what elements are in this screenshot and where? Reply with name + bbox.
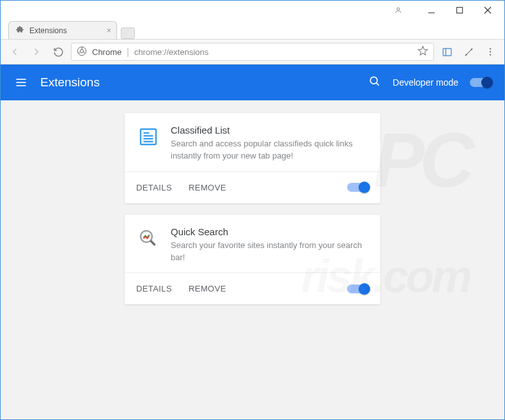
tab-strip: Extensions × <box>1 20 504 39</box>
svg-point-15 <box>490 48 491 49</box>
developer-mode-label: Developer mode <box>392 77 458 88</box>
url-scheme-label: Chrome <box>92 47 121 57</box>
account-icon[interactable] <box>384 1 412 19</box>
extension-card: Quick Search Search your favorite sites … <box>125 215 380 305</box>
extension-enabled-toggle[interactable] <box>347 183 369 192</box>
svg-line-29 <box>150 240 155 245</box>
back-button[interactable] <box>6 43 24 61</box>
wand-icon[interactable] <box>460 43 478 61</box>
browser-toolbar: Chrome | chrome://extensions <box>1 39 504 65</box>
chrome-icon <box>77 46 87 58</box>
bookmark-star-icon[interactable] <box>417 45 428 58</box>
hamburger-menu-icon[interactable] <box>13 75 29 90</box>
extension-description: Search your favorite sites instantly fro… <box>171 240 369 264</box>
developer-mode-toggle[interactable] <box>470 78 492 87</box>
extension-favicon-icon <box>15 25 24 36</box>
remove-button[interactable]: REMOVE <box>189 284 226 293</box>
minimize-button[interactable] <box>417 1 446 19</box>
svg-point-21 <box>371 77 378 84</box>
svg-line-22 <box>377 83 379 86</box>
address-bar[interactable]: Chrome | chrome://extensions <box>71 43 434 61</box>
tab-extensions[interactable]: Extensions × <box>8 21 117 39</box>
search-icon[interactable] <box>368 75 381 90</box>
svg-point-0 <box>397 8 400 10</box>
extensions-list: Classified List Search and access popula… <box>1 100 504 419</box>
details-button[interactable]: DETAILS <box>136 284 172 293</box>
magnifier-icon <box>136 226 160 251</box>
window-titlebar <box>1 1 504 20</box>
new-tab-button[interactable] <box>121 27 135 39</box>
close-button[interactable] <box>474 1 502 19</box>
svg-line-8 <box>83 52 85 53</box>
svg-line-9 <box>78 52 80 53</box>
extension-card: Classified List Search and access popula… <box>125 113 380 203</box>
url-separator: | <box>127 47 129 57</box>
remove-button[interactable]: REMOVE <box>189 183 226 192</box>
reload-button[interactable] <box>49 43 67 61</box>
svg-point-16 <box>490 51 491 52</box>
panel-icon[interactable] <box>438 43 456 61</box>
extension-enabled-toggle[interactable] <box>347 284 369 293</box>
extension-name: Quick Search <box>171 226 369 237</box>
extensions-header: Extensions Developer mode <box>1 65 504 100</box>
newspaper-icon <box>136 125 160 149</box>
svg-rect-2 <box>457 8 463 13</box>
url-text: chrome://extensions <box>134 47 208 57</box>
extension-name: Classified List <box>171 125 369 136</box>
tab-close-icon[interactable]: × <box>106 26 111 35</box>
svg-rect-11 <box>443 48 451 55</box>
details-button[interactable]: DETAILS <box>136 183 172 192</box>
forward-button[interactable] <box>27 43 45 61</box>
svg-marker-10 <box>418 46 427 54</box>
svg-point-17 <box>490 54 491 55</box>
page-title: Extensions <box>40 75 100 89</box>
maximize-button[interactable] <box>446 1 474 19</box>
svg-point-14 <box>471 49 472 49</box>
svg-point-13 <box>465 54 466 55</box>
menu-icon[interactable] <box>481 43 499 61</box>
svg-point-6 <box>80 49 83 52</box>
tab-title: Extensions <box>29 26 67 35</box>
extension-description: Search and access popular classifieds qu… <box>171 138 369 162</box>
